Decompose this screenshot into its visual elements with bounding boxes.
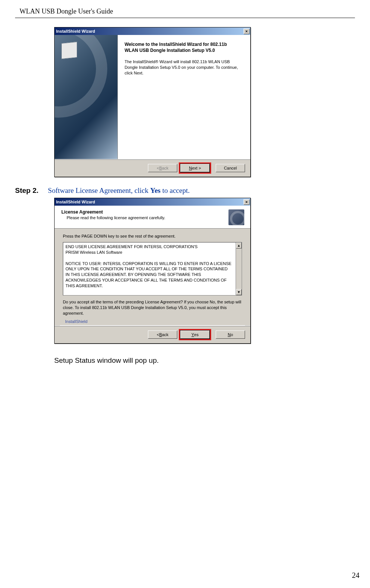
wizard-welcome-dialog: InstallShield Wizard × Welcome to the In… — [54, 27, 251, 177]
eula-line: END USER LICENSE AGREEMENT FOR INTERSIL … — [65, 244, 233, 250]
installshield-logo-icon — [228, 209, 244, 225]
step-text: Software License Agreement, click Yes to… — [48, 186, 190, 194]
page-down-hint: Press the PAGE DOWN key to see the rest … — [63, 234, 242, 238]
no-button[interactable]: No — [216, 330, 245, 339]
button-bar: < Back Next > Cancel — [55, 159, 250, 177]
yes-button[interactable]: Yes — [180, 330, 210, 339]
window-title: InstallShield Wizard — [56, 29, 95, 33]
welcome-pane: Welcome to the InstallShield Wizard for … — [118, 35, 250, 159]
next-button[interactable]: Next > — [180, 164, 210, 172]
close-icon[interactable]: × — [244, 199, 250, 205]
eula-textbox[interactable]: END USER LICENSE AGREEMENT FOR INTERSIL … — [63, 242, 242, 296]
eula-line: PRISM Wireless LAN Software — [65, 250, 233, 255]
step-label: Step 2. — [15, 186, 38, 194]
license-subtitle: Please read the following license agreem… — [67, 215, 244, 220]
accept-question: Do you accept all the terms of the prece… — [63, 299, 242, 316]
welcome-heading-line2: WLAN USB Dongle Installation Setup V5.0 — [125, 48, 243, 53]
license-title: License Agreement — [61, 209, 244, 215]
installshield-label: InstallShield — [60, 319, 87, 324]
scroll-up-icon[interactable]: ▲ — [236, 242, 242, 249]
close-icon[interactable]: × — [244, 29, 250, 34]
window-title: InstallShield Wizard — [56, 200, 95, 204]
welcome-description: The InstallShield® Wizard will install 8… — [125, 59, 243, 76]
scroll-down-icon[interactable]: ▼ — [236, 289, 242, 295]
welcome-heading-line1: Welcome to the InstallShield Wizard for … — [125, 42, 243, 47]
scrollbar[interactable]: ▲ ▼ — [236, 242, 242, 295]
cancel-button[interactable]: Cancel — [216, 164, 245, 172]
back-button: < Back — [148, 164, 177, 172]
document-header: WLAN USB Dongle User's Guide — [15, 8, 355, 15]
step-2-line: Step 2. Software License Agreement, clic… — [15, 186, 355, 195]
wizard-side-graphic — [55, 35, 118, 159]
back-button[interactable]: < Back — [148, 330, 177, 339]
page-number: 24 — [352, 571, 359, 580]
button-bar: < Back Yes No — [55, 326, 250, 343]
titlebar: InstallShield Wizard × — [55, 198, 250, 206]
license-header: License Agreement Please read the follow… — [55, 206, 250, 229]
titlebar: InstallShield Wizard × — [55, 27, 250, 35]
eula-paragraph: NOTICE TO USER: INTERSIL CORPORATION IS … — [65, 261, 233, 289]
license-agreement-dialog: InstallShield Wizard × License Agreement… — [54, 198, 251, 344]
eula-paragraph: This Intersil Corporation ("INTERSIL") S… — [65, 294, 233, 296]
header-rule — [15, 18, 355, 18]
setup-status-note: Setup Status window will pop up. — [54, 356, 355, 365]
